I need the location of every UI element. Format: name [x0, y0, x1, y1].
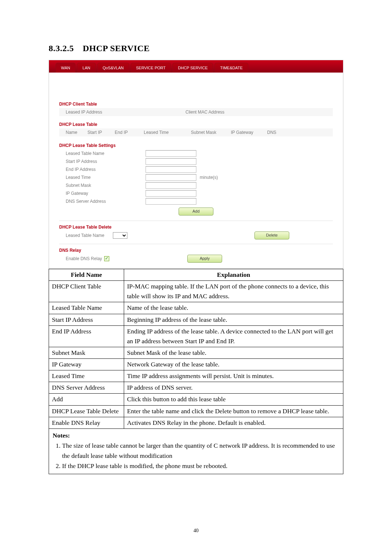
dhcp-client-table-title: DHCP Client Table [59, 102, 333, 107]
table-row: Subnet MaskSubnet Mask of the lease tabl… [49, 347, 343, 358]
dhcp-client-table-header: Leased IP Address Client MAC Address [59, 108, 333, 116]
cell-field-name: Subnet Mask [49, 347, 124, 358]
table-row: DHCP Client TableIP-MAC mapping table. I… [49, 281, 343, 302]
tab-wan[interactable]: WAN [56, 63, 75, 73]
apply-button[interactable]: Apply [187, 255, 222, 263]
cell-explanation: Beginning IP address of the lease table. [124, 314, 343, 325]
table-row: Enable DNS RelayActivates DNS Relay in t… [49, 417, 343, 428]
input-subnet-mask[interactable] [146, 182, 196, 189]
add-button[interactable]: Add [179, 208, 213, 216]
input-leased-time[interactable] [146, 174, 196, 181]
cell-explanation: Subnet Mask of the lease table. [124, 347, 343, 358]
dhcp-lease-table-header: Name Start IP End IP Leased Time Subnet … [59, 128, 333, 136]
input-leased-table-name[interactable] [146, 150, 196, 157]
label-end-ip: End IP Address [59, 167, 146, 172]
label-delete-leased-table-name: Leased Table Name [59, 233, 113, 238]
input-end-ip[interactable] [146, 166, 196, 173]
lease-settings-title: DHCP Lease Table Settings [59, 143, 333, 148]
tab-bar: WAN LAN QoS&VLAN SERVICE PORT DHCP SERVI… [49, 60, 343, 73]
cell-field-name: Leased Time [49, 370, 124, 382]
select-leased-table-name[interactable] [113, 232, 127, 239]
table-row: End IP AddressEnding IP address of the l… [49, 325, 343, 347]
cell-explanation: Enter the table name and click the Delet… [124, 405, 343, 417]
page-number: 40 [0, 528, 392, 534]
cell-field-name: Enable DNS Relay [49, 417, 124, 428]
tab-service-port[interactable]: SERVICE PORT [131, 63, 171, 73]
cell-field-name: DHCP Client Table [49, 281, 124, 302]
checkbox-enable-dns-relay[interactable] [104, 256, 109, 261]
tab-dhcp-service[interactable]: DHCP SERVICE [172, 63, 213, 73]
input-dns-server[interactable] [146, 198, 196, 205]
cell-explanation: Click this button to add this lease tabl… [124, 394, 343, 405]
tab-qos-vlan[interactable]: QoS&VLAN [97, 63, 129, 73]
cell-field-name: Add [49, 394, 124, 405]
col-subnet-mask: Subnet Mask [191, 130, 231, 135]
cell-field-name: DHCP Lease Table Delete [49, 405, 124, 417]
field-explanation-table: Field Name Explanation DHCP Client Table… [49, 269, 343, 429]
cell-field-name: End IP Address [49, 325, 124, 347]
col-end-ip: End IP [115, 130, 144, 135]
table-row: DNS Server AddressIP address of DNS serv… [49, 382, 343, 394]
th-explanation: Explanation [124, 269, 343, 281]
notes-block: Notes: The size of lease table cannot be… [49, 429, 343, 474]
cell-explanation: Activates DNS Relay in the phone. Defaul… [124, 417, 343, 428]
input-ip-gateway[interactable] [146, 190, 196, 197]
label-leased-time: Leased Time [59, 175, 146, 180]
cell-explanation: IP address of DNS server. [124, 382, 343, 394]
table-row: AddClick this button to add this lease t… [49, 394, 343, 405]
th-field-name: Field Name [49, 269, 124, 281]
col-leased-ip: Leased IP Address [66, 110, 185, 115]
delete-button[interactable]: Delete [254, 231, 289, 239]
cell-explanation: IP-MAC mapping table. If the LAN port of… [124, 281, 343, 302]
label-ip-gateway: IP Gateway [59, 191, 146, 196]
col-name: Name [66, 130, 87, 135]
dhcp-lease-table-title: DHCP Lease Table [59, 122, 333, 127]
cell-explanation: Time IP address assignments will persist… [124, 370, 343, 382]
col-client-mac: Client MAC Address [185, 110, 333, 115]
label-dns-server: DNS Server Address [59, 199, 146, 204]
lease-delete-title: DHCP Lease Table Delete [59, 225, 333, 230]
table-row: Leased Table NameName of the lease table… [49, 302, 343, 314]
col-start-ip: Start IP [87, 130, 115, 135]
label-start-ip: Start IP Address [59, 159, 146, 164]
table-row: IP GatewayNetwork Gateway of the lease t… [49, 359, 343, 370]
note-item: If the DHCP lease table is modified, the… [62, 461, 339, 471]
input-start-ip[interactable] [146, 158, 196, 165]
cell-field-name: Start IP Address [49, 314, 124, 325]
label-leased-table-name: Leased Table Name [59, 151, 146, 156]
tab-time-date[interactable]: TIME&DATE [215, 63, 248, 73]
tab-lan[interactable]: LAN [77, 63, 95, 73]
dns-relay-title: DNS Relay [59, 248, 333, 253]
section-heading: 8.3.2.5 DHCP SERVICE [49, 44, 343, 53]
note-item: The size of lease table cannot be larger… [62, 440, 339, 461]
label-subnet-mask: Subnet Mask [59, 183, 146, 188]
label-enable-dns-relay: Enable DNS Relay [66, 256, 102, 261]
section-number: 8.3.2.5 [49, 44, 74, 53]
table-row: DHCP Lease Table DeleteEnter the table n… [49, 405, 343, 417]
section-title: DHCP SERVICE [83, 44, 150, 53]
table-row: Leased TimeTime IP address assignments w… [49, 370, 343, 382]
cell-explanation: Ending IP address of the lease table. A … [124, 325, 343, 347]
col-ip-gateway: IP Gateway [231, 130, 267, 135]
dhcp-service-screenshot: WAN LAN QoS&VLAN SERVICE PORT DHCP SERVI… [49, 60, 343, 269]
cell-field-name: DNS Server Address [49, 382, 124, 394]
table-row: Start IP AddressBeginning IP address of … [49, 314, 343, 325]
cell-explanation: Name of the lease table. [124, 302, 343, 314]
leased-time-unit: minute(s) [200, 175, 218, 180]
col-dns: DNS [267, 130, 285, 135]
notes-title: Notes: [53, 432, 70, 439]
cell-explanation: Network Gateway of the lease table. [124, 359, 343, 370]
cell-field-name: IP Gateway [49, 359, 124, 370]
col-leased-time: Leased Time [144, 130, 191, 135]
cell-field-name: Leased Table Name [49, 302, 124, 314]
